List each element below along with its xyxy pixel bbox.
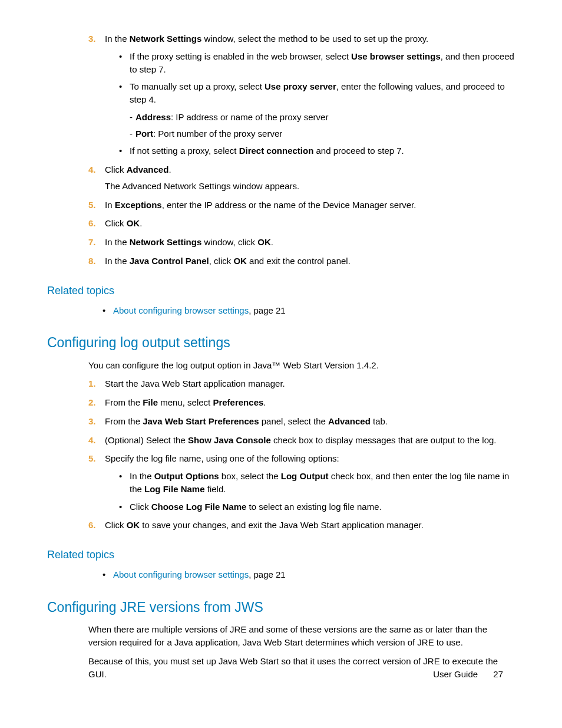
step-text: In the Network Settings window, select t…: [105, 34, 428, 44]
section-log-output-heading: Configuring log output settings: [47, 333, 515, 353]
step-4: 4. Click Advanced. The Advanced Network …: [88, 163, 515, 193]
step-text: Start the Java Web Start application man…: [105, 378, 285, 388]
step-text: From the Java Web Start Preferences pane…: [105, 416, 388, 426]
log-opt-output-options: In the Output Options box, select the Lo…: [119, 470, 515, 496]
proxy-steps-list: 3. In the Network Settings window, selec…: [88, 32, 515, 268]
step-number: 5.: [88, 199, 96, 212]
step-3: 3. In the Network Settings window, selec…: [88, 32, 515, 157]
log-output-intro: You can configure the log output option …: [88, 359, 515, 372]
log-step-5-options: In the Output Options box, select the Lo…: [119, 470, 515, 513]
related-topics-list: About configuring browser settings, page…: [103, 304, 515, 317]
step-number: 7.: [88, 236, 96, 249]
step-text: (Optional) Select the Show Java Console …: [105, 435, 497, 445]
step-number: 1.: [88, 377, 96, 390]
log-step-2: 2. From the File menu, select Preference…: [88, 396, 515, 409]
opt-direct-connection: If not setting a proxy, select Direct co…: [119, 144, 515, 157]
page-number: 27: [493, 669, 503, 679]
related-topics-heading-2: Related topics: [47, 547, 515, 562]
step-text: In the Java Control Panel, click OK and …: [105, 256, 351, 266]
related-link[interactable]: About configuring browser settings: [113, 569, 249, 579]
step-text: Click Advanced.: [105, 164, 171, 174]
jre-para-1: When there are multiple versions of JRE …: [88, 623, 515, 649]
related-link[interactable]: About configuring browser settings: [113, 305, 249, 315]
step-text: Click OK to save your changes, and exit …: [105, 520, 424, 530]
log-step-3: 3. From the Java Web Start Preferences p…: [88, 415, 515, 428]
step-7: 7. In the Network Settings window, click…: [88, 236, 515, 249]
related-link-item: About configuring browser settings, page…: [103, 568, 515, 581]
step-number: 6.: [88, 519, 96, 532]
step-number: 2.: [88, 396, 96, 409]
log-step-1: 1. Start the Java Web Start application …: [88, 377, 515, 390]
related-topics-list-2: About configuring browser settings, page…: [103, 568, 515, 581]
section-jre-heading: Configuring JRE versions from JWS: [47, 598, 515, 617]
log-step-4: 4. (Optional) Select the Show Java Conso…: [88, 434, 515, 447]
footer-label: User Guide: [433, 669, 478, 679]
log-output-steps: 1. Start the Java Web Start application …: [88, 377, 515, 532]
step-8: 8. In the Java Control Panel, click OK a…: [88, 255, 515, 268]
proxy-values: Address: IP address or name of the proxy…: [130, 111, 515, 140]
log-step-5: 5. Specify the log file name, using one …: [88, 452, 515, 513]
step-number: 3.: [88, 32, 96, 45]
log-step-6: 6. Click OK to save your changes, and ex…: [88, 519, 515, 532]
related-link-item: About configuring browser settings, page…: [103, 304, 515, 317]
related-topics-heading: Related topics: [47, 283, 515, 298]
step-text: Click OK.: [105, 218, 142, 228]
step-number: 3.: [88, 415, 96, 428]
step-3-options: If the proxy setting is enabled in the w…: [119, 50, 515, 157]
step-number: 5.: [88, 452, 96, 465]
page-footer: User Guide 27: [433, 668, 503, 681]
opt-proxy-server: To manually set up a proxy, select Use p…: [119, 80, 515, 140]
step-number: 4.: [88, 434, 96, 447]
step-text: In the Network Settings window, click OK…: [105, 237, 273, 247]
proxy-address: Address: IP address or name of the proxy…: [130, 111, 515, 124]
opt-browser-settings: If the proxy setting is enabled in the w…: [119, 50, 515, 76]
step-text: From the File menu, select Preferences.: [105, 397, 266, 407]
step-5: 5. In Exceptions, enter the IP address o…: [88, 199, 515, 212]
step-text: In Exceptions, enter the IP address or t…: [105, 200, 416, 210]
proxy-port: Port: Port number of the proxy server: [130, 127, 515, 140]
step-number: 4.: [88, 163, 96, 176]
step-6: 6. Click OK.: [88, 217, 515, 230]
step-text: Specify the log file name, using one of …: [105, 453, 339, 463]
step-number: 8.: [88, 255, 96, 268]
log-opt-choose-name: Click Choose Log File Name to select an …: [119, 500, 515, 513]
step-number: 6.: [88, 217, 96, 230]
step-4-note: The Advanced Network Settings window app…: [105, 180, 515, 193]
